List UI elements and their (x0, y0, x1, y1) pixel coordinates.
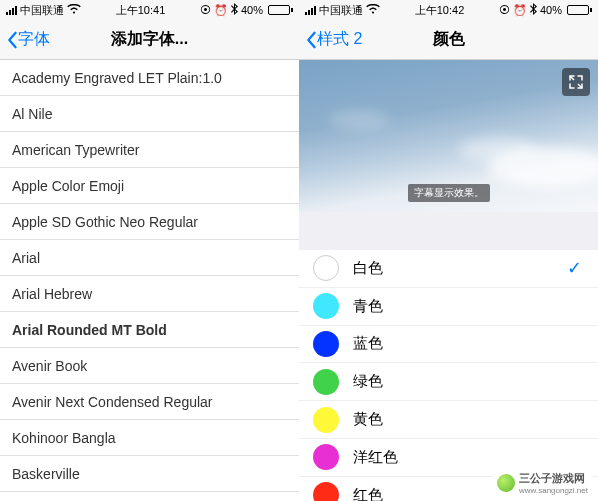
font-name: Kohinoor Bangla (12, 430, 116, 446)
wifi-icon (67, 3, 81, 17)
color-label: 红色 (353, 486, 383, 501)
battery-icon (565, 5, 592, 15)
font-row[interactable]: Avenir Book (0, 348, 299, 384)
color-swatch (313, 255, 339, 281)
color-label: 白色 (353, 259, 383, 278)
color-swatch (313, 293, 339, 319)
subtitle-preview: 字幕显示效果。 (408, 184, 490, 202)
font-row[interactable]: Arial Hebrew (0, 276, 299, 312)
color-list[interactable]: 白色✓青色蓝色绿色黄色洋红色红色 (299, 250, 598, 501)
carrier-label: 中国联通 (20, 3, 64, 18)
font-name: Baskerville (12, 466, 80, 482)
status-bar-right: 中国联通 上午10:42 ⦿ ⏰ 40% (299, 0, 598, 20)
color-row[interactable]: 白色✓ (299, 250, 598, 288)
phone-left: 中国联通 上午10:41 ⦿ ⏰ 40% 字体 添加字体... (0, 0, 299, 501)
font-name: Arial Hebrew (12, 286, 92, 302)
color-label: 蓝色 (353, 334, 383, 353)
back-label: 字体 (18, 29, 50, 50)
expand-button[interactable] (562, 68, 590, 96)
checkmark-icon: ✓ (567, 257, 582, 279)
color-swatch (313, 369, 339, 395)
signal-icon (305, 6, 316, 15)
font-row[interactable]: Arial Rounded MT Bold (0, 312, 299, 348)
nav-bar-left: 字体 添加字体... (0, 20, 299, 60)
nav-title: 颜色 (433, 29, 465, 50)
font-name: Al Nile (12, 106, 52, 122)
color-row[interactable]: 青色 (299, 288, 598, 326)
battery-icon (266, 5, 293, 15)
font-name: Academy Engraved LET Plain:1.0 (12, 70, 222, 86)
alarm-icon: ⏰ (214, 4, 228, 17)
font-name: Arial (12, 250, 40, 266)
color-label: 黄色 (353, 410, 383, 429)
font-name: American Typewriter (12, 142, 139, 158)
back-label: 样式 2 (317, 29, 362, 50)
font-row[interactable]: Apple SD Gothic Neo Regular (0, 204, 299, 240)
status-bar-left: 中国联通 上午10:41 ⦿ ⏰ 40% (0, 0, 299, 20)
font-name: Arial Rounded MT Bold (12, 322, 167, 338)
font-row[interactable]: Al Nile (0, 96, 299, 132)
bluetooth-icon (530, 3, 537, 17)
back-button[interactable]: 字体 (6, 29, 50, 50)
font-row[interactable]: Avenir Next Condensed Regular (0, 384, 299, 420)
font-row[interactable]: Kohinoor Bangla (0, 420, 299, 456)
preview-area: 字幕显示效果。 (299, 60, 598, 212)
status-icon: ⦿ (200, 4, 211, 16)
font-name: Avenir Next Condensed Regular (12, 394, 213, 410)
font-name: Apple SD Gothic Neo Regular (12, 214, 198, 230)
font-row[interactable]: American Typewriter (0, 132, 299, 168)
font-name: Apple Color Emoji (12, 178, 124, 194)
watermark: 三公子游戏网 www.sangongzi.net (493, 469, 592, 497)
watermark-icon (497, 474, 515, 492)
color-swatch (313, 444, 339, 470)
battery-percent: 40% (241, 4, 263, 16)
watermark-url: www.sangongzi.net (519, 486, 588, 495)
watermark-text: 三公子游戏网 (519, 471, 588, 486)
color-label: 洋红色 (353, 448, 398, 467)
font-row[interactable]: Apple Color Emoji (0, 168, 299, 204)
battery-percent: 40% (540, 4, 562, 16)
color-label: 青色 (353, 297, 383, 316)
carrier-label: 中国联通 (319, 3, 363, 18)
color-row[interactable]: 黄色 (299, 401, 598, 439)
phone-right: 中国联通 上午10:42 ⦿ ⏰ 40% 样式 2 颜色 (299, 0, 598, 501)
color-swatch (313, 407, 339, 433)
status-time: 上午10:41 (116, 3, 166, 18)
status-icon: ⦿ (499, 4, 510, 16)
status-time: 上午10:42 (415, 3, 465, 18)
color-row[interactable]: 绿色 (299, 363, 598, 401)
alarm-icon: ⏰ (513, 4, 527, 17)
back-button[interactable]: 样式 2 (305, 29, 362, 50)
signal-icon (6, 6, 17, 15)
font-list[interactable]: Academy Engraved LET Plain:1.0Al NileAme… (0, 60, 299, 492)
font-row[interactable]: Academy Engraved LET Plain:1.0 (0, 60, 299, 96)
nav-bar-right: 样式 2 颜色 (299, 20, 598, 60)
nav-title: 添加字体... (111, 29, 188, 50)
section-spacer (299, 212, 598, 250)
font-row[interactable]: Arial (0, 240, 299, 276)
font-name: Avenir Book (12, 358, 87, 374)
color-swatch (313, 482, 339, 501)
color-row[interactable]: 蓝色 (299, 326, 598, 364)
bluetooth-icon (231, 3, 238, 17)
font-row[interactable]: Baskerville (0, 456, 299, 492)
wifi-icon (366, 3, 380, 17)
color-label: 绿色 (353, 372, 383, 391)
color-swatch (313, 331, 339, 357)
